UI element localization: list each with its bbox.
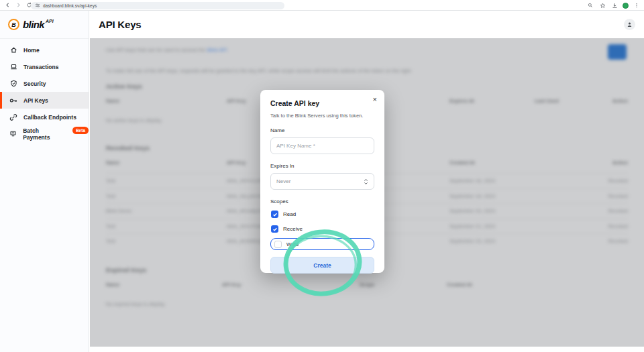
checkbox-checked-icon[interactable] bbox=[271, 225, 278, 233]
bitcoin-logo-icon: B bbox=[8, 19, 19, 30]
brand-logo[interactable]: B blink API bbox=[0, 11, 89, 39]
modal-create-button[interactable]: Create bbox=[270, 257, 374, 274]
sidebar-item-home[interactable]: Home bbox=[0, 42, 89, 58]
search-icon[interactable] bbox=[586, 1, 594, 9]
expires-in-label: Expires In bbox=[270, 163, 374, 169]
modal-title: Create API key bbox=[270, 99, 374, 107]
sidebar-item-label: API Keys bbox=[23, 97, 48, 104]
close-icon[interactable]: × bbox=[373, 96, 377, 103]
table-cell: September 18, 2023 bbox=[449, 188, 594, 204]
blink-api-link[interactable]: Blink API bbox=[207, 47, 227, 53]
page-header: API Keys bbox=[90, 11, 644, 38]
name-label: Name bbox=[270, 127, 374, 133]
brand-suffix: API bbox=[46, 19, 54, 23]
sidebar-item-batch-payments[interactable]: Batch PaymentsBeta bbox=[0, 125, 89, 142]
scope-row-read[interactable]: Read bbox=[270, 209, 374, 219]
table-cell: Test bbox=[106, 219, 227, 234]
sidebar-item-label: Callback Endpoints bbox=[23, 114, 76, 121]
description-text: To make full use of the API keys, reques… bbox=[106, 68, 564, 74]
table-cell: Test bbox=[106, 173, 227, 188]
beta-badge: Beta bbox=[72, 127, 89, 134]
browser-profile-avatar[interactable] bbox=[623, 3, 629, 9]
column-header: API Key bbox=[222, 282, 360, 295]
scope-row-receive[interactable]: Receive bbox=[270, 224, 374, 234]
scopes-group: ReadReceiveWrite bbox=[270, 209, 374, 250]
column-header: Scope bbox=[360, 282, 447, 295]
table-cell[interactable]: Revoked bbox=[594, 233, 628, 249]
scope-label: Read bbox=[283, 211, 296, 217]
checkbox-checked-icon[interactable] bbox=[271, 211, 278, 218]
column-header: Last Used bbox=[535, 98, 594, 111]
column-header: Name bbox=[106, 160, 227, 173]
table-cell: September 16, 2023 bbox=[449, 173, 594, 188]
scope-row-write[interactable]: Write bbox=[270, 238, 374, 250]
back-icon[interactable] bbox=[3, 1, 11, 9]
expires-in-select[interactable]: Never bbox=[270, 173, 374, 190]
payment-terminal-icon bbox=[9, 130, 17, 138]
sidebar-item-label: Security bbox=[23, 80, 46, 87]
site-settings-icon[interactable] bbox=[35, 3, 40, 8]
url-text: dashboard.blink.sv/api-keys bbox=[43, 3, 97, 8]
table-cell: Blink Demo bbox=[106, 203, 227, 219]
browser-chrome: dashboard.blink.sv/api-keys bbox=[0, 0, 644, 11]
key-icon bbox=[9, 97, 17, 105]
expired-keys-table: NameAPI KeyScopeCreated At bbox=[106, 282, 628, 295]
link-icon bbox=[9, 113, 17, 121]
sidebar-item-label: Batch Payments bbox=[23, 127, 64, 141]
column-header: Name bbox=[106, 98, 227, 111]
modal-subtitle: Talk to the Blink Servers using this tok… bbox=[270, 113, 374, 119]
sidebar-item-label: Home bbox=[23, 47, 40, 54]
sidebar: B blink API HomeTransactionsSecurityAPI … bbox=[0, 11, 89, 352]
column-header: Created At bbox=[447, 282, 628, 295]
create-api-key-button[interactable] bbox=[608, 44, 627, 60]
home-icon bbox=[9, 46, 17, 54]
scopes-label: Scopes bbox=[270, 198, 374, 204]
sidebar-item-security[interactable]: Security bbox=[0, 75, 89, 92]
download-icon[interactable] bbox=[610, 1, 619, 9]
forward-icon[interactable] bbox=[14, 1, 22, 9]
table-cell: Test bbox=[106, 188, 227, 204]
expires-in-value: Never bbox=[276, 178, 290, 184]
column-header: Name bbox=[106, 282, 222, 295]
checkbox-unchecked-icon[interactable] bbox=[274, 241, 282, 248]
account-button[interactable] bbox=[624, 19, 635, 30]
sidebar-item-callback-endpoints[interactable]: Callback Endpoints bbox=[0, 109, 89, 125]
scope-label: Write bbox=[286, 241, 299, 247]
table-cell[interactable]: Revoked bbox=[594, 188, 628, 204]
column-header: Created At bbox=[449, 160, 594, 173]
scope-label: Receive bbox=[283, 226, 303, 232]
intro-text: Use API keys that can be used to access … bbox=[106, 47, 227, 53]
laptop-icon bbox=[9, 63, 17, 71]
create-api-key-modal: × Create API key Talk to the Blink Serve… bbox=[260, 90, 384, 273]
section-title: Active Keys bbox=[106, 82, 628, 90]
table-cell[interactable]: Revoked bbox=[594, 173, 628, 188]
table-cell: Test bbox=[106, 233, 227, 249]
empty-table-message: No expired keys to display bbox=[106, 301, 628, 307]
sidebar-nav: HomeTransactionsSecurityAPI KeysCallback… bbox=[0, 39, 89, 142]
table-cell: September 21, 2023 bbox=[449, 219, 594, 234]
column-header: Action bbox=[594, 160, 628, 173]
column-header: Action bbox=[594, 98, 628, 111]
menu-kebab-icon[interactable] bbox=[633, 1, 641, 9]
column-header: Expires At bbox=[449, 98, 535, 111]
page-title: API Keys bbox=[99, 19, 141, 30]
address-bar[interactable]: dashboard.blink.sv/api-keys bbox=[31, 2, 284, 9]
sidebar-item-label: Transactions bbox=[23, 64, 58, 70]
sidebar-item-api-keys[interactable]: API Keys bbox=[0, 92, 89, 109]
table-cell: September 23, 2023 bbox=[449, 233, 594, 249]
stepper-chevrons-icon bbox=[364, 176, 368, 188]
bookmark-star-icon[interactable] bbox=[598, 1, 606, 9]
user-icon bbox=[627, 21, 633, 27]
table-cell[interactable]: Revoked bbox=[594, 203, 628, 219]
table-cell[interactable]: Revoked bbox=[594, 219, 628, 234]
api-key-name-input[interactable] bbox=[270, 137, 374, 154]
shield-icon bbox=[9, 80, 17, 88]
sidebar-item-transactions[interactable]: Transactions bbox=[0, 58, 89, 75]
brand-name: blink bbox=[23, 19, 44, 30]
table-cell: September 20, 2023 bbox=[449, 203, 594, 219]
